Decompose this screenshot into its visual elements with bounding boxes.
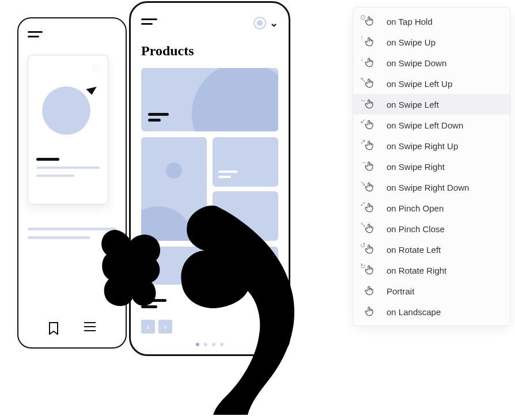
swipe-right-icon: → [365, 161, 377, 172]
text-placeholder [36, 175, 74, 177]
gesture-item-swipe-down[interactable]: ↓on Swipe Down [353, 52, 510, 73]
pagination-dots [196, 343, 224, 346]
heart-icon[interactable]: ♡ [92, 62, 101, 75]
phone-mockup-back: ♡ [17, 17, 127, 349]
gesture-item-swipe-left[interactable]: ←on Swipe Left [353, 94, 510, 115]
paragraph-placeholder [28, 228, 116, 239]
gesture-item-pinch-close[interactable]: ⤡on Pinch Close [353, 218, 510, 239]
swipe-left-icon: ← [365, 99, 377, 110]
rotate-right-icon: ↻ [365, 264, 377, 276]
page-title: Products [141, 43, 278, 59]
cursor-icon [86, 82, 98, 94]
image-placeholder-circle [42, 86, 90, 135]
swipe-up-icon: ↑ [365, 36, 377, 48]
gesture-item-portrait[interactable]: Portrait [353, 281, 510, 301]
gesture-label: on Rotate Right [387, 266, 446, 275]
gesture-label: on Swipe Right [387, 162, 445, 172]
gesture-item-swipe-up[interactable]: ↑on Swipe Up [353, 32, 510, 52]
gesture-item-swipe-left-up[interactable]: ↖on Swipe Left Up [353, 73, 510, 94]
landscape-icon [365, 306, 377, 317]
tap-hold-icon: ⊙ [365, 16, 377, 27]
rotate-left-icon: ↺ [365, 244, 377, 255]
gesture-label: on Tap Hold [387, 17, 433, 27]
gesture-label: on Rotate Left [387, 245, 441, 255]
menu-icon[interactable] [84, 322, 96, 337]
avatar-icon[interactable] [253, 17, 266, 29]
gesture-item-tap-hold[interactable]: ⊙on Tap Hold [353, 11, 510, 32]
gesture-item-swipe-right-down[interactable]: ↘on Swipe Right Down [353, 177, 510, 198]
gesture-item-swipe-right[interactable]: →on Swipe Right [353, 156, 510, 177]
hamburger-icon[interactable] [141, 18, 157, 28]
gesture-label: on Swipe Up [387, 37, 436, 47]
swipe-left-up-icon: ↖ [365, 78, 377, 89]
gesture-item-swipe-right-up[interactable]: ↗on Swipe Right Up [353, 135, 510, 156]
pinch-close-icon: ⤡ [365, 223, 377, 234]
chevron-down-icon[interactable]: ⌄ [270, 17, 278, 29]
text-placeholder [36, 167, 100, 169]
gesture-label: on Swipe Left [387, 100, 439, 109]
swipe-right-up-icon: ↗ [365, 140, 377, 152]
gesture-label: on Swipe Right Down [387, 183, 469, 192]
portrait-icon [365, 285, 377, 297]
gesture-label: on Pinch Close [387, 224, 445, 234]
gesture-label: on Swipe Right Up [387, 141, 458, 151]
gesture-item-pinch-open[interactable]: ⤢on Pinch Open [353, 198, 510, 218]
hero-tile[interactable] [141, 68, 278, 131]
gesture-item-rotate-left[interactable]: ↺on Rotate Left [353, 239, 510, 260]
bookmark-icon[interactable] [48, 322, 59, 337]
gesture-label: on Pinch Open [387, 203, 444, 213]
text-placeholder [141, 299, 166, 312]
next-button[interactable]: › [158, 320, 172, 334]
media-tile[interactable] [141, 247, 278, 285]
gesture-item-rotate-right[interactable]: ↻on Rotate Right [353, 260, 510, 281]
pinch-open-icon: ⤢ [365, 202, 377, 214]
gesture-item-landscape[interactable]: on Landscape [353, 301, 510, 322]
hamburger-icon[interactable] [28, 31, 43, 37]
text-placeholder [36, 158, 59, 161]
gesture-label: on Landscape [387, 307, 441, 317]
gesture-label: Portrait [387, 286, 414, 296]
swipe-right-down-icon: ↘ [365, 181, 377, 193]
gesture-label: on Swipe Left Up [387, 79, 452, 89]
phone-mockup-front: ⌄ Products ‹ › [129, 1, 290, 356]
swipe-left-down-icon: ↙ [365, 119, 377, 131]
swipe-down-icon: ↓ [365, 57, 377, 69]
gesture-label: on Swipe Down [387, 58, 446, 68]
gesture-list-panel: ⊙on Tap Hold↑on Swipe Up↓on Swipe Down↖o… [353, 7, 510, 326]
gesture-label: on Swipe Left Down [387, 120, 463, 130]
grid-tile[interactable] [213, 137, 278, 187]
gesture-item-swipe-left-down[interactable]: ↙on Swipe Left Down [353, 115, 510, 135]
grid-tile[interactable] [213, 191, 278, 241]
content-card: ♡ [28, 55, 108, 205]
prev-button[interactable]: ‹ [141, 320, 155, 334]
grid-tile[interactable] [141, 137, 207, 241]
